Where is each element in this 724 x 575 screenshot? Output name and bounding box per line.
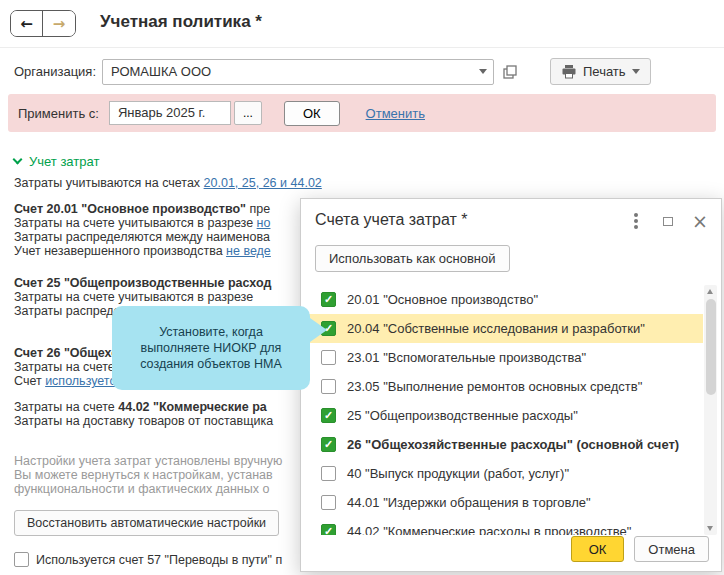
account-checkbox[interactable]: ✓ <box>321 292 336 307</box>
organization-dropdown-button[interactable] <box>473 60 493 84</box>
account-label: 20.01 "Основное производство" <box>347 292 538 307</box>
account-label: 44.02 "Коммерческие расходы в производст… <box>347 524 631 535</box>
kebab-menu-icon <box>634 219 638 223</box>
close-button[interactable]: × <box>689 211 711 231</box>
cost-accounts-dialog: Счета учета затрат * × Использовать как … <box>300 198 722 572</box>
account-row[interactable]: ✓20.04 "Собственные исследования и разра… <box>301 314 703 343</box>
navigation-buttons: ← → <box>10 10 76 37</box>
account-checkbox[interactable] <box>321 495 336 510</box>
printer-icon <box>561 64 577 79</box>
dialog-scrollbar[interactable] <box>704 285 717 535</box>
open-in-window-icon <box>503 65 517 79</box>
account-label: 23.01 "Вспомогательные производства" <box>347 350 586 365</box>
account-2001-title: Счет 20.01 "Основное производство" <box>14 202 246 216</box>
chevron-down-icon <box>13 155 23 165</box>
account-row[interactable]: ✓20.01 "Основное производство" <box>301 285 703 314</box>
account-4402-title: 44.02 "Коммерческие ра <box>118 400 267 414</box>
use-as-primary-button[interactable]: Использовать как основной <box>315 245 510 272</box>
page-title: Учетная политика * <box>100 12 262 32</box>
account-checkbox[interactable]: ✓ <box>321 437 336 452</box>
organization-row: Организация: РОМАШКА ООО Печать <box>14 58 651 85</box>
dialog-footer: ОК Отмена <box>571 536 709 562</box>
account-checkbox[interactable] <box>321 466 336 481</box>
account-row[interactable]: ✓44.02 "Коммерческие расходы в производс… <box>301 517 703 535</box>
apply-date-more-button[interactable]: ... <box>234 101 262 125</box>
back-button[interactable]: ← <box>11 11 43 36</box>
account-label: 44.01 "Издержки обращения в торговле" <box>347 495 591 510</box>
wip-link[interactable]: не веде <box>226 244 271 258</box>
apply-ok-button[interactable]: ОК <box>284 101 340 126</box>
accounts-link[interactable]: 20.01, 25, 26 и 44.02 <box>204 176 322 190</box>
apply-cancel-link[interactable]: Отменить <box>366 106 425 121</box>
account-label: 20.04 "Собственные исследования и разраб… <box>347 321 645 336</box>
accounts-list: ✓20.01 "Основное производство"✓20.04 "Со… <box>301 285 703 535</box>
account-label: 25 "Общепроизводственные расходы" <box>347 408 578 423</box>
callout-tooltip: Установите, когда выполняете НИОКР для с… <box>112 306 310 390</box>
scroll-down-icon[interactable] <box>707 526 713 531</box>
account-label: 40 "Выпуск продукции (работ, услуг)" <box>347 466 569 481</box>
dialog-cancel-button[interactable]: Отмена <box>634 536 709 562</box>
apply-date-input[interactable]: Январь 2025 г. <box>109 101 231 125</box>
maximize-icon <box>663 217 673 226</box>
nomenclature-groups-link[interactable]: но <box>257 216 271 230</box>
account-2001-line3: Учет незавершенного производства <box>14 244 226 258</box>
maximize-button[interactable] <box>657 211 679 231</box>
account-row[interactable]: ✓26 "Общехозяйственные расходы" (основно… <box>301 430 703 459</box>
account-label: 23.05 "Выполнение ремонтов основных сред… <box>347 379 642 394</box>
account-2001-line1: Затраты на счете учитываются в разрезе <box>14 216 257 230</box>
account-row[interactable]: 44.01 "Издержки обращения в торговле" <box>301 488 703 517</box>
account-checkbox[interactable]: ✓ <box>321 524 336 535</box>
accounting-policy-window: ← → Учетная политика * Организация: РОМА… <box>0 0 724 575</box>
account-row[interactable]: 23.05 "Выполнение ремонтов основных сред… <box>301 372 703 401</box>
forward-button[interactable]: → <box>43 11 75 36</box>
account-checkbox[interactable]: ✓ <box>321 408 336 423</box>
restore-defaults-button[interactable]: Восстановить автоматические настройки <box>14 510 279 536</box>
account-label: 26 "Общехозяйственные расходы" (основной… <box>347 437 679 452</box>
scroll-up-icon[interactable] <box>707 289 713 294</box>
callout-arrow-icon <box>310 318 327 342</box>
account-row[interactable]: ✓25 "Общепроизводственные расходы" <box>301 401 703 430</box>
callout-text: Установите, когда выполняете НИОКР для с… <box>126 324 296 372</box>
account-row[interactable]: 40 "Выпуск продукции (работ, услуг)" <box>301 459 703 488</box>
chevron-down-icon <box>632 69 640 74</box>
dialog-header: Счета учета затрат * × <box>301 199 721 243</box>
topbar: ← → Учетная политика * <box>0 0 724 48</box>
dialog-window-controls: × <box>625 211 711 231</box>
apply-bar: Применить с: Январь 2025 г. ... ОК Отмен… <box>8 94 716 132</box>
account-25-title: Счет 25 "Общепроизводственные расход <box>14 276 271 290</box>
account-4402-prefix: Затраты на счете <box>14 400 118 414</box>
account-row[interactable]: 23.01 "Вспомогательные производства" <box>301 343 703 372</box>
account-2001-title-rest: пре <box>246 202 270 216</box>
section-title: Учет затрат <box>29 154 99 169</box>
organization-value: РОМАШКА ООО <box>103 64 473 79</box>
accounts-summary-line: Затраты учитываются на счетах 20.01, 25,… <box>14 176 434 190</box>
close-icon: × <box>692 214 708 228</box>
account-57-label: Используется счет 57 "Переводы в пути" п <box>36 553 282 567</box>
more-menu-button[interactable] <box>625 211 647 231</box>
section-cost-accounting[interactable]: Учет затрат <box>14 154 99 169</box>
accounts-summary-text: Затраты учитываются на счетах <box>14 176 204 190</box>
account-57-checkbox[interactable] <box>14 552 29 567</box>
print-button[interactable]: Печать <box>550 58 651 85</box>
print-button-label: Печать <box>583 64 626 79</box>
organization-label: Организация: <box>14 64 102 79</box>
apply-from-label: Применить с: <box>18 106 99 121</box>
dialog-ok-button[interactable]: ОК <box>571 536 625 562</box>
dialog-title: Счета учета затрат * <box>315 211 467 228</box>
organization-open-button[interactable] <box>498 59 522 85</box>
account-checkbox[interactable] <box>321 350 336 365</box>
chevron-down-icon <box>479 69 487 74</box>
scrollbar-thumb[interactable] <box>706 299 716 395</box>
account-checkbox[interactable] <box>321 379 336 394</box>
account-26-line2: Счет <box>14 374 45 388</box>
organization-combobox[interactable]: РОМАШКА ООО <box>102 59 494 85</box>
